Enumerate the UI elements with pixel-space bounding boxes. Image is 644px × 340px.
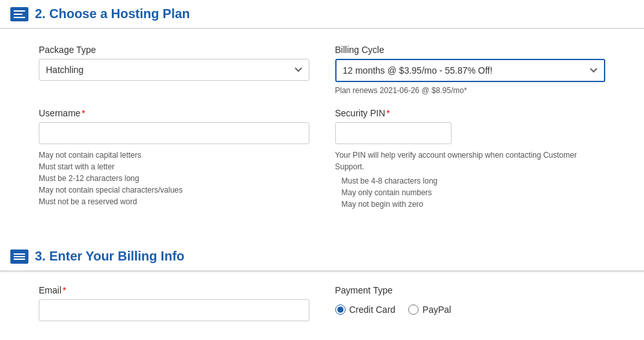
- section-2-content: Package Type Hatchling Baby Business Bil…: [0, 29, 644, 242]
- section-3-header: 3. Enter Your Billing Info: [0, 242, 644, 271]
- billing-cycle-group: Billing Cycle 12 months @ $3.95/mo - 55.…: [335, 45, 606, 95]
- section-2-title: 2. Choose a Hosting Plan: [35, 6, 190, 21]
- security-pin-required-star: *: [386, 108, 390, 118]
- credit-card-radio[interactable]: [335, 304, 346, 315]
- paypal-label: PayPal: [422, 304, 451, 315]
- credit-card-label: Credit Card: [349, 304, 396, 315]
- pin-hint-2: May only contain numbers: [335, 187, 606, 198]
- payment-type-label: Payment Type: [335, 285, 606, 295]
- plan-renews-text: Plan renews 2021-06-26 @ $8.95/mo*: [335, 86, 606, 95]
- package-type-label: Package Type: [39, 45, 309, 55]
- username-hint-3: Must be 2-12 characters long: [39, 173, 309, 184]
- section-3-content: Email* Payment Type Credit Card PayPal: [0, 271, 644, 334]
- username-hint-1: May not contain capital letters: [39, 149, 309, 161]
- section-3-title: 3. Enter Your Billing Info: [35, 249, 185, 264]
- paypal-option: PayPal: [408, 304, 451, 315]
- section-2-icon: [10, 7, 28, 21]
- username-hint-2: Must start with a letter: [39, 161, 309, 173]
- email-input[interactable]: [39, 299, 309, 321]
- username-group: Username* May not contain capital letter…: [39, 108, 309, 210]
- username-required-star: *: [82, 108, 85, 118]
- username-hint-4: May not contain special characters/value…: [39, 184, 309, 196]
- package-billing-row: Package Type Hatchling Baby Business Bil…: [39, 45, 605, 95]
- paypal-radio[interactable]: [408, 304, 419, 315]
- payment-type-group: Payment Type Credit Card PayPal: [335, 285, 606, 315]
- username-label: Username*: [39, 108, 309, 118]
- security-pin-group: Security PIN* Your PIN will help verify …: [335, 108, 606, 210]
- email-group: Email*: [39, 285, 309, 321]
- username-input[interactable]: [39, 122, 309, 144]
- security-pin-input[interactable]: [335, 122, 452, 144]
- section-2: 2. Choose a Hosting Plan Package Type Ha…: [0, 0, 644, 242]
- billing-cycle-label: Billing Cycle: [335, 45, 606, 55]
- username-hints: May not contain capital letters Must sta…: [39, 149, 309, 207]
- security-pin-hints: Your PIN will help verify account owners…: [335, 149, 606, 210]
- credit-card-option: Credit Card: [335, 304, 396, 315]
- payment-type-options: Credit Card PayPal: [335, 304, 606, 315]
- security-pin-description: Your PIN will help verify account owners…: [335, 149, 606, 173]
- security-pin-label: Security PIN*: [335, 108, 606, 118]
- username-pin-row: Username* May not contain capital letter…: [39, 108, 605, 210]
- section-3: 3. Enter Your Billing Info Email* Paymen…: [0, 242, 644, 334]
- package-type-group: Package Type Hatchling Baby Business: [39, 45, 309, 95]
- pin-hint-1: Must be 4-8 characters long: [335, 175, 606, 187]
- package-type-select[interactable]: Hatchling Baby Business: [39, 59, 309, 81]
- section-2-header: 2. Choose a Hosting Plan: [0, 0, 644, 29]
- section-3-icon: [10, 250, 28, 264]
- username-hint-5: Must not be a reserved word: [39, 196, 309, 207]
- email-label: Email*: [39, 285, 309, 295]
- pin-hint-3: May not begin with zero: [335, 198, 606, 210]
- email-payment-row: Email* Payment Type Credit Card PayPal: [39, 285, 605, 321]
- email-required-star: *: [63, 285, 66, 295]
- billing-cycle-select[interactable]: 12 months @ $3.95/mo - 55.87% Off! 24 mo…: [335, 59, 606, 82]
